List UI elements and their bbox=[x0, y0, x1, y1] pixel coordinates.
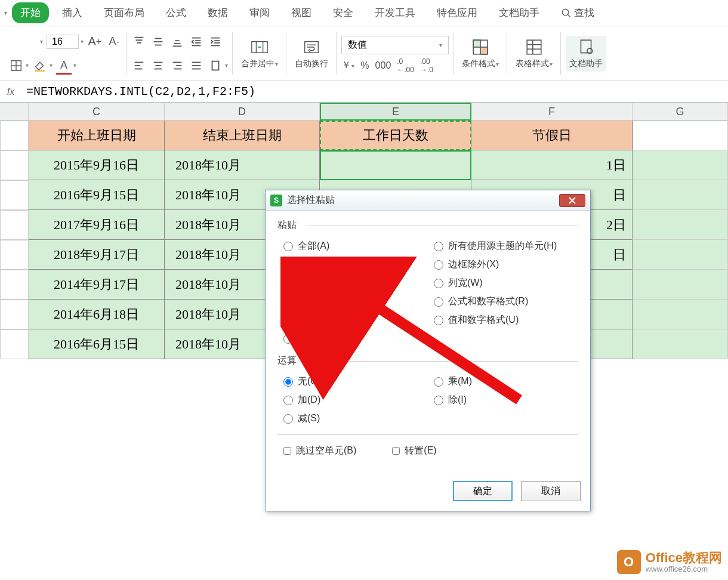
table-style-button[interactable]: 表格样式 ▾ bbox=[512, 36, 556, 72]
dialog-app-icon: S bbox=[270, 195, 282, 206]
tab-dochelper[interactable]: 文档助手 bbox=[491, 2, 548, 23]
decrease-font-icon[interactable]: A- bbox=[106, 34, 122, 50]
radio-op-add[interactable]: 加(D) bbox=[283, 394, 422, 406]
fill-color-icon[interactable] bbox=[32, 58, 48, 73]
tab-data[interactable]: 数据 bbox=[199, 2, 236, 23]
tab-layout[interactable]: 页面布局 bbox=[95, 2, 153, 23]
radio-validation[interactable]: 有效性验证(N) bbox=[283, 332, 422, 345]
cell[interactable]: 2014年6月18日 bbox=[29, 300, 165, 329]
dialog-title: 选择性粘贴 bbox=[287, 194, 559, 206]
percent-button[interactable]: % bbox=[360, 60, 369, 71]
currency-button[interactable]: ￥ ▾ bbox=[341, 59, 354, 72]
tab-start[interactable]: 开始 bbox=[12, 2, 49, 23]
watermark: O Office教程网 www.office26.com bbox=[617, 550, 722, 574]
merge-label: 合并居中 bbox=[241, 58, 274, 68]
radio-formula-num[interactable]: 公式和数字格式(R) bbox=[434, 295, 572, 308]
cell[interactable]: 2018年9月17日 bbox=[29, 240, 165, 270]
header-e: 工作日天数 bbox=[320, 121, 471, 150]
radio-theme[interactable]: 所有使用源主题的单元(H) bbox=[434, 240, 572, 252]
number-format-select[interactable]: 数值▾ bbox=[341, 36, 449, 54]
dec-decrease-button[interactable]: .00→.0 bbox=[420, 57, 433, 74]
radio-all[interactable]: 全部(A) bbox=[283, 240, 422, 252]
col-header-c[interactable]: C bbox=[29, 103, 165, 121]
align-top-icon[interactable] bbox=[131, 34, 147, 50]
tab-view[interactable]: 视图 bbox=[283, 2, 320, 23]
doc-helper-button[interactable]: 文档助手 bbox=[566, 36, 606, 72]
tab-insert[interactable]: 插入 bbox=[54, 2, 91, 23]
cell[interactable]: 2017年9月16日 bbox=[29, 210, 165, 240]
justify-icon[interactable] bbox=[189, 58, 204, 73]
radio-values[interactable]: 数值(V) bbox=[283, 277, 422, 289]
radio-colwidth[interactable]: 列宽(W) bbox=[434, 277, 572, 289]
align-left-icon[interactable] bbox=[131, 58, 147, 73]
dec-increase-button[interactable]: .0←.00 bbox=[397, 57, 414, 74]
font-color-icon[interactable]: A bbox=[56, 58, 72, 73]
number-format-value: 数值 bbox=[348, 39, 367, 51]
radio-value-num[interactable]: 值和数字格式(U) bbox=[434, 314, 572, 326]
align-middle-icon[interactable] bbox=[150, 34, 166, 50]
formula-input[interactable] bbox=[21, 82, 728, 101]
tab-dev[interactable]: 开发工具 bbox=[366, 2, 424, 23]
cell[interactable]: 2018年10月 bbox=[165, 150, 320, 180]
svg-point-0 bbox=[562, 9, 569, 16]
search-tab[interactable]: 查找 bbox=[553, 2, 603, 23]
col-header-d[interactable]: D bbox=[165, 103, 320, 121]
cell[interactable]: 2016年6月15日 bbox=[29, 329, 165, 359]
col-header-blank[interactable] bbox=[0, 103, 29, 121]
check-transpose[interactable]: 转置(E) bbox=[392, 445, 436, 457]
cell[interactable]: 2015年9月16日 bbox=[29, 150, 165, 180]
radio-op-mul[interactable]: 乘(M) bbox=[434, 375, 572, 388]
cell[interactable] bbox=[320, 150, 471, 180]
comma-button[interactable]: 000 bbox=[375, 60, 391, 71]
svg-rect-43 bbox=[480, 47, 488, 54]
cell[interactable]: 2014年9月17日 bbox=[29, 270, 165, 300]
cancel-button[interactable]: 取消 bbox=[521, 481, 581, 501]
radio-format[interactable]: 格式(T) bbox=[283, 295, 422, 308]
watermark-line2: www.office26.com bbox=[646, 565, 722, 573]
watermark-line1: Office教程网 bbox=[646, 551, 722, 565]
svg-rect-42 bbox=[473, 40, 480, 47]
align-right-icon[interactable] bbox=[169, 58, 185, 73]
tab-review[interactable]: 审阅 bbox=[241, 2, 278, 23]
op-group-label: 运算 bbox=[277, 354, 578, 367]
radio-comment[interactable]: 批注(C) bbox=[283, 314, 422, 326]
increase-font-icon[interactable]: A+ bbox=[87, 34, 103, 50]
col-header-g[interactable]: G bbox=[633, 103, 728, 121]
tab-special[interactable]: 特色应用 bbox=[428, 2, 486, 23]
merge-center-button[interactable]: 合并居中 ▾ bbox=[237, 36, 282, 72]
radio-op-div[interactable]: 除(I) bbox=[434, 394, 572, 406]
svg-rect-35 bbox=[212, 61, 219, 70]
tab-formula[interactable]: 公式 bbox=[158, 2, 195, 23]
paste-group-label: 粘贴 bbox=[277, 219, 578, 232]
header-f: 节假日 bbox=[471, 121, 633, 150]
table-style-label: 表格样式 bbox=[516, 58, 549, 68]
svg-rect-44 bbox=[527, 40, 541, 54]
cell[interactable]: 2016年9月15日 bbox=[29, 180, 165, 210]
fx-icon[interactable]: fx bbox=[0, 87, 21, 97]
formula-bar: fx bbox=[0, 81, 728, 103]
cond-format-button[interactable]: 条件格式 ▾ bbox=[458, 36, 502, 72]
col-header-f[interactable]: F bbox=[471, 103, 633, 121]
orientation-icon[interactable] bbox=[208, 58, 223, 73]
align-center-icon[interactable] bbox=[150, 58, 166, 73]
align-bottom-icon[interactable] bbox=[169, 34, 185, 50]
ok-button[interactable]: 确定 bbox=[453, 481, 513, 501]
ribbon: ▾ ▾ A+ A- ▾ ▾ A▾ ▾ 合并居中 ▾ bbox=[0, 26, 728, 81]
radio-op-none[interactable]: 无(O) bbox=[283, 375, 422, 388]
radio-noborder[interactable]: 边框除外(X) bbox=[434, 258, 572, 271]
cell[interactable]: 1日 bbox=[471, 150, 633, 180]
border-icon[interactable] bbox=[8, 58, 24, 73]
check-skip-blanks[interactable]: 跳过空单元(B) bbox=[283, 445, 356, 457]
dialog-close-button[interactable] bbox=[559, 194, 585, 207]
indent-right-icon[interactable] bbox=[208, 34, 223, 50]
radio-op-sub[interactable]: 减(S) bbox=[283, 412, 422, 425]
wrap-text-button[interactable]: 自动换行 bbox=[291, 36, 332, 72]
col-header-e[interactable]: E bbox=[320, 103, 471, 121]
menu-chevron-icon[interactable]: ▾ bbox=[4, 10, 7, 16]
font-size-input[interactable] bbox=[47, 35, 79, 49]
indent-left-icon[interactable] bbox=[189, 34, 204, 50]
radio-formula[interactable]: 公式(F) bbox=[283, 258, 422, 271]
tab-security[interactable]: 安全 bbox=[325, 2, 362, 23]
cond-format-label: 条件格式 bbox=[462, 58, 495, 68]
header-c: 开始上班日期 bbox=[29, 121, 165, 150]
